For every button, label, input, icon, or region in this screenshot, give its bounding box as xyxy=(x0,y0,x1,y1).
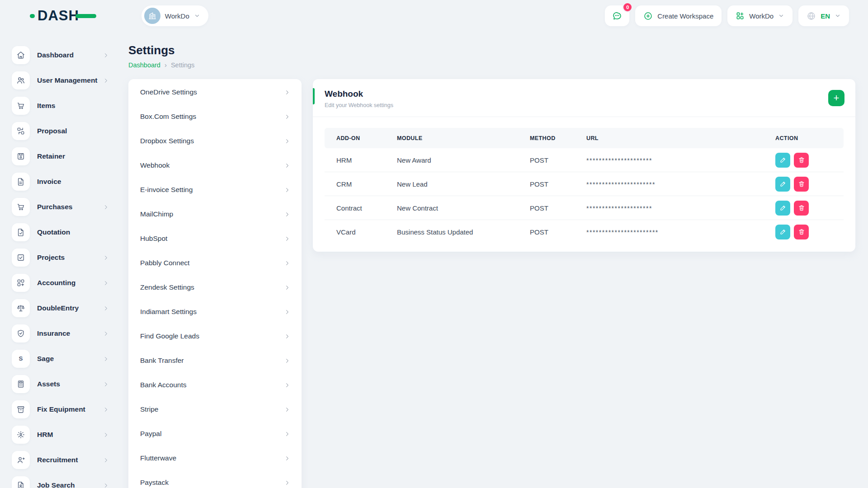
chevron-down-icon xyxy=(194,13,200,19)
sidebar-item-items[interactable]: Items xyxy=(0,93,118,118)
workspace-selector[interactable]: WorkDo xyxy=(142,5,208,26)
edit-webhook-button[interactable] xyxy=(775,177,790,192)
language-dropdown[interactable]: EN xyxy=(798,5,849,26)
chevron-right-icon xyxy=(103,280,109,286)
settings-menu-item-zendesk-settings[interactable]: Zendesk Settings xyxy=(128,275,302,300)
sidebar-item-quotation[interactable]: Quotation xyxy=(0,220,118,245)
delete-webhook-button[interactable] xyxy=(794,225,809,239)
language-label: EN xyxy=(821,12,830,20)
sidebar-item-insurance[interactable]: Insurance xyxy=(0,321,118,346)
chevron-right-icon xyxy=(284,284,291,291)
settings-menu-item-onedrive-settings[interactable]: OneDrive Settings xyxy=(128,80,302,104)
settings-menu-item-label: Bank Transfer xyxy=(140,357,184,365)
sidebar-item-label: Fix Equipment xyxy=(37,405,85,413)
sidebar-item-label: Purchases xyxy=(37,203,72,211)
settings-menu-item-find-google-leads[interactable]: Find Google Leads xyxy=(128,324,302,348)
masked-url: ********************* xyxy=(586,205,652,212)
sidebar-item-proposal[interactable]: Proposal xyxy=(0,118,118,144)
sidebar-item-invoice[interactable]: Invoice xyxy=(0,169,118,194)
settings-menu-item-label: Paypal xyxy=(140,430,161,438)
messages-button[interactable]: 0 xyxy=(605,5,629,26)
url-cell: ********************* xyxy=(586,148,775,172)
edit-webhook-button[interactable] xyxy=(775,225,790,239)
sidebar-item-label: Recruitment xyxy=(37,456,78,464)
delete-webhook-button[interactable] xyxy=(794,201,809,216)
settings-menu-item-label: Box.Com Settings xyxy=(140,113,196,121)
chevron-right-icon xyxy=(103,356,109,362)
logo-dash xyxy=(75,14,96,18)
settings-menu-item-mailchimp[interactable]: MailChimp xyxy=(128,202,302,226)
grid-plus-icon xyxy=(736,11,745,20)
sidebar-item-sage[interactable]: SSage xyxy=(0,346,118,371)
delete-webhook-button[interactable] xyxy=(794,153,809,168)
chevron-right-icon xyxy=(103,52,109,59)
grid-arrows-icon xyxy=(12,122,30,140)
action-cell xyxy=(775,172,844,196)
floppy-icon xyxy=(12,147,30,165)
chat-icon xyxy=(612,10,623,21)
sidebar-item-label: DoubleEntry xyxy=(37,304,79,312)
sidebar-item-retainer[interactable]: Retainer xyxy=(0,144,118,169)
module-cell: New Award xyxy=(397,148,530,172)
chevron-right-icon xyxy=(284,113,291,120)
create-workspace-button[interactable]: Create Workspace xyxy=(635,5,722,26)
sidebar-item-label: Dashboard xyxy=(37,51,74,59)
cart-icon xyxy=(12,97,30,115)
settings-menu-item-webhook[interactable]: Webhook xyxy=(128,153,302,178)
home-icon xyxy=(12,46,30,64)
sidebar-item-job-search[interactable]: Job Search xyxy=(0,473,118,488)
sidebar-item-projects[interactable]: Projects xyxy=(0,245,118,270)
settings-menu-item-bank-transfer[interactable]: Bank Transfer xyxy=(128,348,302,373)
sidebar-item-label: Insurance xyxy=(37,329,70,338)
settings-menu-card: OneDrive SettingsBox.Com SettingsDropbox… xyxy=(128,79,302,488)
sidebar-item-purchases[interactable]: Purchases xyxy=(0,194,118,220)
settings-menu-item-indiamart-settings[interactable]: Indiamart Settings xyxy=(128,300,302,324)
sidebar-nav: DashboardUser ManagementItemsProposalRet… xyxy=(0,32,118,488)
settings-menu-item-box-com-settings[interactable]: Box.Com Settings xyxy=(128,104,302,129)
sidebar-item-doubleentry[interactable]: DoubleEntry xyxy=(0,296,118,321)
edit-webhook-button[interactable] xyxy=(775,201,790,216)
settings-menu-item-pabbly-connect[interactable]: Pabbly Connect xyxy=(128,251,302,275)
app-logo: DASH xyxy=(30,8,96,24)
settings-menu-item-e-invoice-setting[interactable]: E-invoice Setting xyxy=(128,178,302,202)
sidebar-item-user-management[interactable]: User Management xyxy=(0,68,118,93)
logo-dot xyxy=(30,14,35,18)
sidebar-item-hrm[interactable]: HRM xyxy=(0,422,118,447)
settings-menu-item-paypal[interactable]: Paypal xyxy=(128,422,302,446)
users-icon xyxy=(12,71,30,89)
chevron-right-icon xyxy=(284,479,291,486)
chevron-right-icon xyxy=(284,357,291,364)
method-cell: POST xyxy=(530,148,586,172)
settings-menu-item-hubspot[interactable]: HubSpot xyxy=(128,226,302,251)
settings-menu-item-dropbox-settings[interactable]: Dropbox Settings xyxy=(128,129,302,153)
sidebar-item-fix-equipment[interactable]: Fix Equipment xyxy=(0,397,118,422)
content-row: OneDrive SettingsBox.Com SettingsDropbox… xyxy=(128,79,855,488)
masked-url: *********************** xyxy=(586,229,659,236)
settings-menu-item-flutterwave[interactable]: Flutterwave xyxy=(128,446,302,470)
chevron-right-icon xyxy=(103,482,109,488)
edit-webhook-button[interactable] xyxy=(775,153,790,168)
archive-icon xyxy=(12,400,30,418)
main-content: Settings Dashboard › Settings OneDrive S… xyxy=(128,32,855,488)
settings-menu-item-paystack[interactable]: Paystack xyxy=(128,470,302,488)
chevron-right-icon xyxy=(284,89,291,96)
add-webhook-button[interactable]: + xyxy=(828,90,844,106)
building-icon xyxy=(144,8,160,24)
chevron-right-icon xyxy=(103,457,109,464)
top-header: DASH WorkDo 0 Create W xyxy=(0,0,868,32)
chevron-right-icon xyxy=(103,77,109,84)
sidebar-item-dashboard[interactable]: Dashboard xyxy=(0,42,118,68)
sidebar-item-recruitment[interactable]: Recruitment xyxy=(0,447,118,473)
delete-webhook-button[interactable] xyxy=(794,177,809,192)
chevron-right-icon xyxy=(103,432,109,438)
app-menu-dropdown[interactable]: WorkDo xyxy=(727,5,793,26)
settings-menu-item-bank-accounts[interactable]: Bank Accounts xyxy=(128,373,302,397)
sidebar-item-assets[interactable]: Assets xyxy=(0,371,118,397)
breadcrumb-link-dashboard[interactable]: Dashboard xyxy=(128,61,160,70)
webhook-card-title: Webhook xyxy=(325,89,844,99)
settings-menu-item-label: E-invoice Setting xyxy=(140,186,193,194)
sidebar-item-label: Items xyxy=(37,102,56,110)
sidebar-item-accounting[interactable]: Accounting xyxy=(0,270,118,296)
shield-check-icon xyxy=(12,324,30,343)
settings-menu-item-stripe[interactable]: Stripe xyxy=(128,397,302,422)
